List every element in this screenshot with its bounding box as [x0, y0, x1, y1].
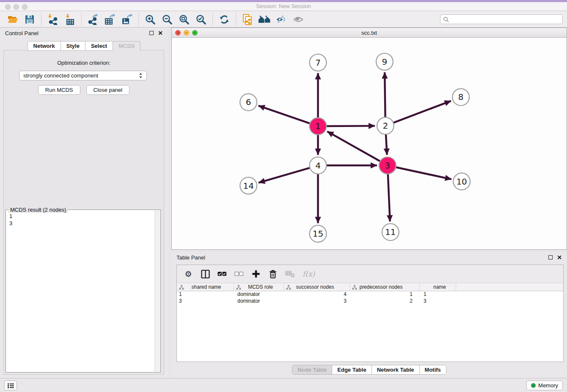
tab-edge-table[interactable]: Edge Table	[332, 365, 371, 374]
delete-column-icon[interactable]	[268, 269, 278, 279]
toolbar-separator	[41, 13, 41, 26]
graph-node[interactable]: 9	[376, 53, 393, 70]
graph-node[interactable]: 6	[240, 94, 257, 110]
main-toolbar	[0, 11, 567, 28]
network-zoom-icon[interactable]: +	[192, 30, 198, 36]
open-session-icon[interactable]	[6, 13, 19, 26]
tab-select[interactable]: Select	[85, 41, 113, 51]
float-table-panel-icon[interactable]	[548, 255, 553, 259]
column-header-predecessor-nodes[interactable]: predecessor nodes	[350, 283, 420, 291]
optimization-criterion-label: Optimization criterion:	[4, 60, 164, 66]
node-table-container: ⚙ f(x)	[176, 265, 564, 362]
zoom-selected-icon[interactable]	[194, 13, 208, 26]
cell-shared-name[interactable]: 3	[177, 298, 234, 305]
mcds-panel: Optimization criterion: strongly connect…	[3, 50, 164, 375]
network-minimize-icon[interactable]: −	[184, 30, 189, 36]
graph-edge[interactable]	[388, 166, 451, 179]
tab-network-table[interactable]: Network Table	[372, 365, 419, 374]
column-type-icon	[286, 285, 291, 290]
search-input[interactable]	[451, 16, 560, 22]
network-close-icon[interactable]: ×	[175, 30, 181, 36]
mcds-result-title: MCDS result (2 nodes)	[8, 207, 68, 213]
svg-text:6: 6	[246, 97, 251, 107]
graph-edge[interactable]	[259, 106, 318, 127]
export-image-icon[interactable]	[120, 13, 134, 26]
minimize-window-icon[interactable]	[14, 4, 19, 10]
zoom-window-icon[interactable]	[22, 4, 28, 10]
zoom-fit-icon[interactable]	[177, 13, 191, 26]
graph-node[interactable]: 14	[240, 177, 257, 194]
function-builder-icon: f(x)	[303, 269, 315, 279]
graph-node[interactable]: 4	[310, 157, 327, 174]
graph-node[interactable]: 15	[310, 225, 327, 242]
mcds-result-item: 1	[9, 213, 157, 220]
graph-edge[interactable]	[259, 166, 318, 183]
float-panel-icon[interactable]	[149, 31, 154, 35]
column-header-shared-name[interactable]: shared name	[177, 283, 234, 291]
cell-mcds-role[interactable]: dominator	[234, 298, 284, 305]
tab-network[interactable]: Network	[28, 41, 61, 51]
table-row[interactable]: 3 dominator 3 2 3	[177, 298, 563, 305]
close-panel-button[interactable]: Close panel	[86, 85, 130, 95]
table-row[interactable]: 1 dominator 4 1 1	[177, 291, 563, 298]
first-neighbors-icon[interactable]	[241, 13, 254, 26]
import-network-icon[interactable]	[46, 13, 60, 26]
cell-predecessor-nodes[interactable]: 2	[350, 298, 420, 305]
zoom-out-icon[interactable]	[160, 13, 174, 26]
export-network-icon[interactable]	[86, 13, 100, 26]
graph-node[interactable]: 3	[379, 157, 396, 174]
gear-icon[interactable]: ⚙	[184, 269, 193, 279]
cell-predecessor-nodes[interactable]: 1	[350, 291, 420, 298]
close-table-panel-icon[interactable]: ✕	[557, 255, 562, 259]
refresh-icon[interactable]	[217, 13, 231, 26]
save-session-icon[interactable]	[23, 13, 36, 26]
import-table-icon[interactable]	[63, 13, 77, 26]
search-box[interactable]	[440, 14, 563, 24]
column-header-successor-nodes[interactable]: successor nodes	[284, 283, 350, 291]
select-all-icon[interactable]	[217, 269, 227, 279]
run-mcds-button[interactable]: Run MCDS	[38, 85, 80, 95]
table-tabs: Node Table Edge Table Network Table Moti…	[171, 365, 567, 375]
cell-name[interactable]: 1	[420, 291, 456, 298]
result-scrollbar[interactable]	[154, 210, 160, 372]
cell-successor-nodes[interactable]: 3	[284, 298, 350, 305]
split-columns-icon[interactable]	[201, 269, 210, 279]
graph-edge[interactable]	[385, 101, 451, 126]
table-toolbar: ⚙ f(x)	[177, 265, 563, 283]
tab-mcds[interactable]: MCDS	[113, 41, 140, 51]
close-window-icon[interactable]	[5, 4, 11, 10]
cell-shared-name[interactable]: 1	[177, 291, 234, 298]
graph-node[interactable]: 2	[377, 117, 394, 134]
graph-node[interactable]: 8	[452, 89, 469, 106]
cell-mcds-role[interactable]: dominator	[234, 291, 284, 298]
cell-name[interactable]: 3	[420, 298, 456, 305]
tab-style[interactable]: Style	[61, 41, 85, 51]
svg-text:7: 7	[315, 58, 321, 68]
network-canvas[interactable]: 7968124314101511	[172, 38, 567, 249]
toolbar-separator	[138, 13, 139, 26]
column-header-name[interactable]: name	[420, 283, 456, 291]
tab-motifs[interactable]: Motifs	[419, 365, 446, 374]
column-header-mcds-role[interactable]: MCDS role	[234, 283, 284, 291]
graph-node[interactable]: 11	[382, 224, 399, 240]
cell-successor-nodes[interactable]: 4	[284, 291, 350, 298]
svg-text:14: 14	[243, 181, 253, 191]
add-column-icon[interactable]	[251, 269, 261, 279]
graph-node[interactable]: 7	[310, 54, 327, 71]
export-table-icon[interactable]	[103, 13, 117, 26]
memory-button[interactable]: Memory	[526, 381, 563, 390]
zoom-in-icon[interactable]	[143, 13, 157, 26]
close-panel-icon[interactable]: ✕	[158, 31, 163, 35]
window-controls[interactable]	[5, 4, 28, 10]
table-panel-header: Table Panel ✕	[171, 252, 567, 263]
graph-edge[interactable]	[327, 131, 388, 165]
graph-node[interactable]: 10	[453, 173, 470, 190]
tab-node-table[interactable]: Node Table	[292, 365, 332, 374]
memory-status-icon	[531, 383, 536, 388]
graph-node[interactable]: 1	[310, 118, 327, 135]
task-history-button[interactable]	[4, 381, 17, 390]
show-all-networks-icon[interactable]	[258, 13, 271, 26]
hide-selected-icon[interactable]	[275, 13, 288, 26]
optimization-criterion-select[interactable]: strongly connected component	[19, 71, 147, 80]
deselect-all-icon[interactable]	[234, 269, 244, 279]
